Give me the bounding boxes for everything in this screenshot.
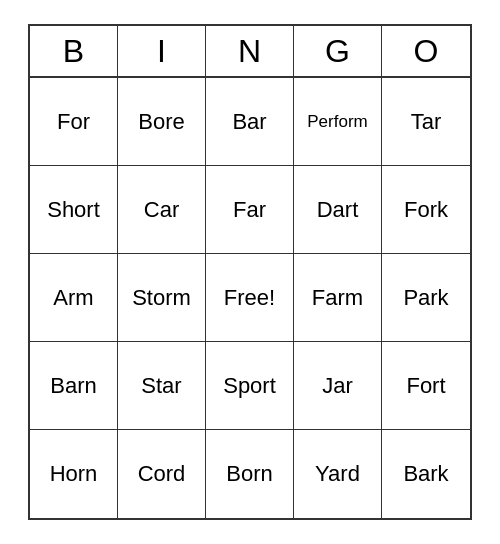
bingo-header: BINGO (30, 26, 470, 78)
bingo-cell-r4-c1[interactable]: Cord (118, 430, 206, 518)
bingo-cell-r0-c1[interactable]: Bore (118, 78, 206, 166)
bingo-cell-r1-c2[interactable]: Far (206, 166, 294, 254)
bingo-cell-r0-c0[interactable]: For (30, 78, 118, 166)
bingo-card: BINGO ForBoreBarPerformTarShortCarFarDar… (28, 24, 472, 520)
bingo-cell-r3-c4[interactable]: Fort (382, 342, 470, 430)
bingo-cell-r0-c3[interactable]: Perform (294, 78, 382, 166)
bingo-cell-r2-c3[interactable]: Farm (294, 254, 382, 342)
bingo-grid: ForBoreBarPerformTarShortCarFarDartForkA… (30, 78, 470, 518)
header-letter-b: B (30, 26, 118, 78)
bingo-cell-r4-c2[interactable]: Born (206, 430, 294, 518)
bingo-cell-r4-c4[interactable]: Bark (382, 430, 470, 518)
bingo-cell-r0-c4[interactable]: Tar (382, 78, 470, 166)
bingo-cell-r2-c1[interactable]: Storm (118, 254, 206, 342)
bingo-cell-r3-c2[interactable]: Sport (206, 342, 294, 430)
bingo-cell-r3-c1[interactable]: Star (118, 342, 206, 430)
bingo-cell-r2-c2[interactable]: Free! (206, 254, 294, 342)
bingo-cell-r2-c0[interactable]: Arm (30, 254, 118, 342)
header-letter-i: I (118, 26, 206, 78)
bingo-cell-r4-c0[interactable]: Horn (30, 430, 118, 518)
bingo-cell-r4-c3[interactable]: Yard (294, 430, 382, 518)
bingo-cell-r1-c1[interactable]: Car (118, 166, 206, 254)
bingo-cell-r1-c3[interactable]: Dart (294, 166, 382, 254)
bingo-cell-r0-c2[interactable]: Bar (206, 78, 294, 166)
bingo-cell-r1-c0[interactable]: Short (30, 166, 118, 254)
bingo-cell-r2-c4[interactable]: Park (382, 254, 470, 342)
bingo-cell-r1-c4[interactable]: Fork (382, 166, 470, 254)
bingo-cell-r3-c0[interactable]: Barn (30, 342, 118, 430)
bingo-cell-r3-c3[interactable]: Jar (294, 342, 382, 430)
header-letter-g: G (294, 26, 382, 78)
header-letter-n: N (206, 26, 294, 78)
header-letter-o: O (382, 26, 470, 78)
